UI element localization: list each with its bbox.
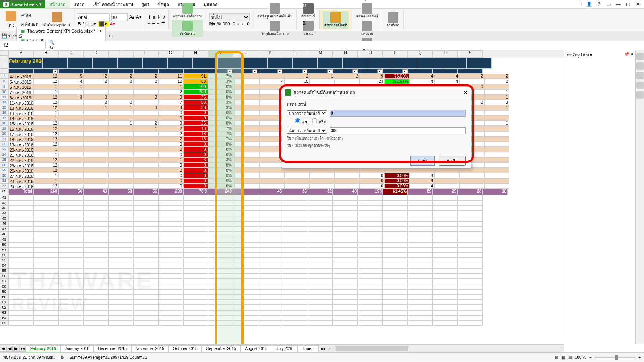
number-format-select[interactable]: ทั่วไป [209,13,250,21]
cell[interactable]: 6-ก.พ.-2016 [8,84,33,89]
orientation-icon[interactable]: ⤸ [162,14,166,20]
filter-dropdown-icon[interactable]: ▾ [352,69,357,74]
filter-op2-select[interactable]: น้อยกว่าหรือเท่ากับ [287,128,327,134]
sidepanel-pin-icon[interactable]: 📌 ✕ [624,52,634,58]
filter-dropdown-icon[interactable]: ▾ [302,69,307,74]
wrap-button[interactable]: ตัดข้อความ [172,20,203,37]
sheet-tab-4[interactable]: October 2015 [169,345,202,352]
fx-icon[interactable]: 🔍 fx [47,40,56,50]
row-header-23[interactable]: 23 [0,147,8,152]
cell[interactable]: 29-ก.พ.-2016 [8,183,33,189]
dialog-ok-button[interactable]: ตกลง [410,156,435,166]
dialog-cancel-button[interactable]: ยกเลิก [439,156,466,166]
row-header-14[interactable]: 14 [0,100,8,105]
sheet-tab-6[interactable]: August 2015 [240,345,272,352]
sheet-prev-icon[interactable]: ◀ [6,346,13,352]
increase-font-icon[interactable]: A▴ [129,14,134,20]
row-header-19[interactable]: 19 [0,126,8,131]
italic-button[interactable]: I [83,21,84,26]
view-break-icon[interactable]: ⊟ [568,355,572,360]
save-icon[interactable]: 💾 [2,33,7,38]
win-control-4[interactable]: — [615,2,621,7]
menu-tab-2[interactable]: เค้าโครงหน้ากระดาษ [89,0,137,8]
col-header-J[interactable]: J [233,50,258,58]
sidepanel-title[interactable]: การจัดรูปแบบ ▾ [566,52,592,58]
col-header-K[interactable]: K [258,50,283,58]
autofilter-button[interactable]: ตัวกรองอัตโนมัติ [323,11,349,29]
col-header-E[interactable]: E [108,50,133,58]
undo-icon[interactable]: ↶ [8,33,12,38]
row-header-11[interactable]: 11 [0,95,8,100]
row-header-29[interactable]: 29 [0,168,8,173]
filter-dropdown-icon[interactable]: ▾ [277,69,282,74]
sheet-tab-3[interactable]: November 2015 [131,345,169,352]
sheet-button[interactable]: แผ่นงาน [355,20,379,37]
add-tab-icon[interactable]: + [106,33,113,38]
or-radio[interactable]: หรือ [312,118,326,125]
and-radio[interactable]: และ [295,118,310,125]
sheet-add-icon[interactable]: + [327,346,332,351]
zoom-out-icon[interactable]: − [589,355,592,360]
merge-button[interactable]: ผสานและจัดกึ่งกลาง [172,2,203,20]
col-header-P[interactable]: P [383,50,408,58]
zoom-slider[interactable] [595,357,635,358]
cell[interactable]: 4-ก.พ.-2016 [8,74,33,79]
row-header-32[interactable]: 32 [0,183,8,189]
cell[interactable]: 19-ก.พ.-2016 [8,142,33,147]
col-header-Q[interactable]: Q [408,50,433,58]
formula-input[interactable] [56,41,644,49]
col-header-M[interactable]: M [308,50,333,58]
bold-button[interactable]: B [78,21,81,26]
filter-dropdown-icon[interactable]: ▾ [377,69,382,74]
menu-tab-1[interactable]: แทรก [70,0,89,8]
filter-dropdown-icon[interactable]: ▾ [402,69,407,74]
dialog-close-icon[interactable]: ✕ [463,89,468,96]
row-header-20[interactable]: 20 [0,131,8,136]
cell[interactable]: 17-ก.พ.-2016 [8,131,33,136]
col-header-B[interactable]: B [33,50,58,58]
app-brand[interactable]: S Spreadsheets ▾ [0,0,45,8]
currency-icon[interactable]: ₪▾ [209,21,215,27]
sidetool-icon-3[interactable] [636,72,644,79]
font-color-button[interactable]: A▾ [110,21,115,27]
sidetool-icon-5[interactable] [636,91,644,99]
decrease-font-icon[interactable]: A▾ [136,14,141,20]
cell[interactable]: 8-ก.พ.-2016 [8,95,33,100]
align-top-icon[interactable]: ⬆ [148,14,151,20]
select-all-corner[interactable] [0,50,8,56]
title-cell[interactable]: February 2016 [8,58,43,69]
filter-val2-input[interactable] [330,127,466,134]
rowcol-button[interactable]: แถวและคอลัมน์ [355,2,379,20]
win-control-6[interactable]: ✕ [634,2,641,7]
sheet-next-icon[interactable]: ▶ [13,346,19,352]
format-table-button[interactable]: จัดรูปแบบเป็นตาราง [256,20,294,37]
cell[interactable]: 22-ก.พ.-2016 [8,157,33,162]
filter-dropdown-icon[interactable]: ▾ [227,69,232,74]
col-header-R[interactable]: R [433,50,458,58]
comma-icon[interactable]: 000 [223,21,230,26]
row-header-26[interactable]: 26 [0,162,8,168]
view-normal-icon[interactable]: ⊞ [555,355,558,360]
col-header-A[interactable]: A [8,50,33,58]
row-header-22[interactable]: 22 [0,142,8,147]
row-header-16[interactable]: 16 [0,110,8,115]
cell[interactable]: 16-ก.พ.-2016 [8,126,33,131]
sheet-first-icon[interactable]: ⏮ [0,346,6,352]
cond-format-button[interactable]: การจัดรูปแบบตามเงื่อนไข [256,2,294,20]
percent-icon[interactable]: % [217,21,221,26]
row-header-9[interactable]: 9 [0,84,8,89]
col-header-O[interactable]: O [358,50,383,58]
fill-color-button[interactable]: ⬛▾ [98,21,108,27]
filter-dropdown-icon[interactable]: ▾ [252,69,257,74]
row-header-1[interactable]: 1 [0,58,8,69]
doc-tab-0[interactable]: ▦ Thaiware Content KPI Social.xlsx * ✕ [16,27,106,35]
win-control-2[interactable]: ? [596,2,602,7]
cell[interactable]: 27-ก.พ.-2016 [8,173,33,178]
cell[interactable]: 13-ก.พ.-2016 [8,110,33,115]
row-header-31[interactable]: 31 [0,178,8,183]
paste-button[interactable]: วาง [4,10,18,29]
row-header-17[interactable]: 17 [0,115,8,121]
cell[interactable]: 18-ก.พ.-2016 [8,136,33,142]
col-header-N[interactable]: N [333,50,358,58]
font-size-select[interactable] [111,13,128,21]
